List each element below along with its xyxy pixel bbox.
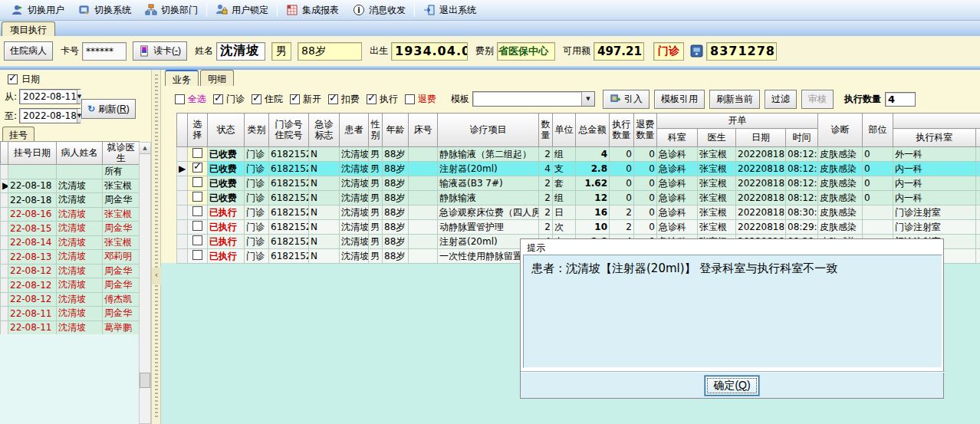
from-date-combo[interactable]: 2022-08-11▼ xyxy=(19,89,81,104)
col-exec-qty[interactable]: 执行 数量 xyxy=(610,113,634,147)
col-register-date[interactable]: 挂号日期 xyxy=(8,142,57,165)
row-checkbox-cell[interactable] xyxy=(188,162,208,176)
col-refund-qty[interactable]: 退费 数量 xyxy=(634,113,657,147)
register-row[interactable]: 22-08-18 沈清坡 周金华 xyxy=(1,193,140,208)
refresh-current-button[interactable]: 刷新当前 xyxy=(709,90,760,109)
scroll-up-icon[interactable]: ▲ xyxy=(140,143,150,154)
checkbox-icon[interactable] xyxy=(328,94,338,104)
checkbox-icon[interactable] xyxy=(192,221,202,231)
filter-checkbox[interactable]: 门诊 xyxy=(213,93,245,106)
col-doctor[interactable]: 就诊医生 xyxy=(103,142,140,165)
message-button[interactable]: i 消息收发 xyxy=(346,2,413,19)
checkbox-icon[interactable] xyxy=(290,94,300,104)
user-lock-button[interactable]: 用户锁定 xyxy=(209,2,275,19)
col-patient[interactable]: 患者 xyxy=(340,113,369,147)
tab-register[interactable]: 挂号 xyxy=(2,127,35,141)
col-sex[interactable]: 性 别 xyxy=(369,113,383,147)
row-checkbox-cell[interactable] xyxy=(188,191,208,205)
checkbox-icon[interactable] xyxy=(192,163,202,173)
switch-dept-button[interactable]: 切换部门 xyxy=(138,2,205,19)
col-exec-dept[interactable]: 执行科室 xyxy=(893,129,976,147)
register-row[interactable]: 22-08-11 沈清坡 葛举鹏 xyxy=(1,320,140,335)
switch-user-button[interactable]: 切换用户 xyxy=(5,2,71,19)
scrollbar-thumb[interactable] xyxy=(140,373,150,388)
template-apply-button[interactable]: 模板引用 xyxy=(654,90,705,109)
left-table-scrollbar[interactable]: ▲ xyxy=(139,142,151,424)
row-checkbox-cell[interactable] xyxy=(188,147,208,162)
col-item[interactable]: 诊疗项目 xyxy=(438,113,539,147)
tab-detail[interactable]: 明细 xyxy=(200,70,234,86)
col-order-dept[interactable]: 科室 xyxy=(657,129,698,147)
col-select[interactable]: 选 择 xyxy=(188,113,208,147)
inpatient-button[interactable]: 住院病人 xyxy=(4,41,53,61)
col-age[interactable]: 年龄 xyxy=(383,113,409,147)
card-no-field[interactable]: ****** xyxy=(82,42,127,61)
date-checkbox[interactable] xyxy=(8,74,18,84)
exec-qty-input[interactable] xyxy=(885,92,916,107)
register-row[interactable]: ▶ 22-08-18 沈清坡 张宝根 xyxy=(1,179,140,193)
filter-checkbox[interactable]: 住院 xyxy=(252,93,283,106)
import-button[interactable]: 引入 xyxy=(603,90,649,109)
item-row[interactable]: 已收费 门诊 6182152 N 沈清坡 男 88岁 静脉输液 2 组 12 xyxy=(177,191,980,205)
row-checkbox-cell[interactable] xyxy=(188,235,208,249)
col-qty[interactable]: 数 量 xyxy=(539,113,553,147)
col-order-date[interactable]: 日期 xyxy=(736,129,786,147)
col-visit-no[interactable]: 门诊号 住院号 xyxy=(269,113,309,147)
checkbox-icon[interactable] xyxy=(192,235,202,245)
tab-project-execute[interactable]: 项目执行 xyxy=(2,21,55,36)
checkbox-icon[interactable] xyxy=(367,94,377,104)
col-amount[interactable]: 总金额 xyxy=(576,113,610,147)
read-card-button[interactable]: 读卡(-) xyxy=(133,41,187,61)
filter-button[interactable]: 过滤 xyxy=(765,90,797,109)
register-row[interactable]: 22-08-11 沈清坡 周金华 xyxy=(1,307,140,321)
filter-checkbox[interactable]: 扣费 xyxy=(328,93,360,106)
row-checkbox-cell[interactable] xyxy=(188,176,208,191)
item-row[interactable]: 已执行 门诊 6182152 N 沈清坡 男 88岁 急诊观察床位费（四人房 2… xyxy=(177,205,980,220)
checkbox-icon[interactable] xyxy=(192,148,202,158)
refresh-button[interactable]: ↻ 刷新(R) xyxy=(81,99,136,119)
ok-button[interactable]: 确定(Q) xyxy=(705,376,758,396)
col-status[interactable]: 状态 xyxy=(208,113,245,147)
register-row[interactable]: 22-08-12 沈清坡 周金华 xyxy=(1,264,140,278)
register-row[interactable]: 22-08-15 沈清坡 周金华 xyxy=(1,222,140,236)
report-button[interactable]: 集成报表 xyxy=(279,2,346,19)
item-row[interactable]: ▶ 已收费 门诊 6182152 N 沈清坡 男 88岁 注射器(20ml) 4 xyxy=(177,162,980,176)
row-checkbox-cell[interactable] xyxy=(188,205,208,220)
chevron-down-icon[interactable]: ▼ xyxy=(581,92,594,106)
filter-checkbox[interactable]: 新开 xyxy=(290,93,321,106)
register-row[interactable]: 所有 xyxy=(1,165,140,179)
register-row[interactable]: 22-08-12 沈清坡 傅杰凯 xyxy=(1,292,140,307)
checkbox-icon[interactable] xyxy=(192,250,202,260)
register-row[interactable]: 22-08-14 沈清坡 张宝根 xyxy=(1,235,140,250)
checkbox-icon[interactable] xyxy=(252,94,261,104)
row-checkbox-cell[interactable] xyxy=(188,249,208,264)
col-patient-name[interactable]: 病人姓名 xyxy=(57,142,103,165)
col-bed[interactable]: 床号 xyxy=(409,113,438,147)
tab-business[interactable]: 业务 xyxy=(165,70,199,86)
filter-checkbox[interactable]: 退费 xyxy=(405,93,436,106)
switch-system-button[interactable]: 切换系统 xyxy=(71,2,138,19)
checkbox-icon[interactable] xyxy=(192,206,202,216)
col-order-time[interactable]: 时间 xyxy=(786,129,818,147)
checkbox-icon[interactable] xyxy=(213,94,223,104)
template-combo[interactable]: ▼ xyxy=(472,91,595,107)
collapse-left-icon[interactable]: ‹ xyxy=(152,268,161,284)
item-row[interactable]: 已收费 门诊 6182152 N 沈清坡 男 88岁 输液器(B3 7#) 2 … xyxy=(177,176,980,191)
col-diagnosis[interactable]: 诊断 xyxy=(818,113,863,147)
register-row[interactable]: 22-08-16 沈清坡 张宝根 xyxy=(1,207,140,222)
register-row[interactable]: 22-08-13 沈清坡 邓莉明 xyxy=(1,250,140,265)
filter-checkbox[interactable]: 全选 xyxy=(175,93,206,106)
col-order-doctor[interactable]: 医生 xyxy=(698,129,736,147)
name-field[interactable]: 沈清坡 xyxy=(216,42,265,61)
checkbox-icon[interactable] xyxy=(192,192,202,202)
col-er-flag[interactable]: 急诊 标志 xyxy=(309,113,340,147)
col-unit[interactable]: 单位 xyxy=(553,113,576,147)
row-checkbox-cell[interactable] xyxy=(188,220,208,235)
col-part[interactable]: 部位 xyxy=(863,113,893,147)
exit-button[interactable]: 退出系统 xyxy=(416,2,483,19)
panel-splitter[interactable]: ‹ xyxy=(151,70,161,424)
col-category[interactable]: 类别 xyxy=(245,113,269,147)
checkbox-icon[interactable] xyxy=(192,177,202,187)
checkbox-icon[interactable] xyxy=(405,94,415,104)
to-date-combo[interactable]: 2022-08-18▼ xyxy=(19,108,81,123)
